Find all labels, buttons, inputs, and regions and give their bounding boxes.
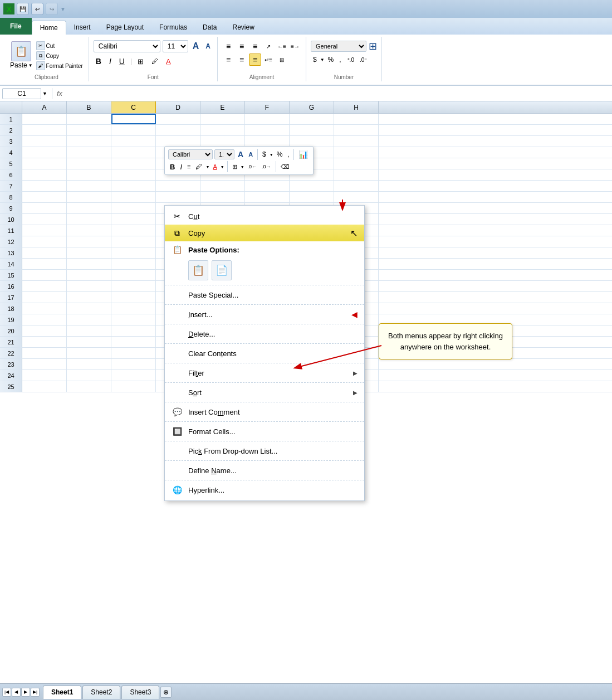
mini-italic-button[interactable]: I (178, 162, 184, 172)
row-header-1[interactable]: 1 (0, 114, 22, 124)
align-left-button[interactable]: ≡ (222, 54, 234, 66)
cell-f1[interactable] (245, 114, 290, 124)
number-format-select[interactable]: General (311, 41, 366, 52)
formula-input[interactable] (67, 88, 610, 99)
text-direction-button[interactable]: ↗ (262, 40, 275, 52)
mini-percent-button[interactable]: % (275, 150, 285, 159)
indent-decrease-button[interactable]: ←≡ (276, 40, 288, 52)
cell-b1[interactable] (67, 114, 111, 124)
sheet-tab-1[interactable]: Sheet1 (43, 686, 81, 699)
fill-color-button[interactable]: 🖊 (149, 56, 160, 66)
corner-cell[interactable] (0, 101, 22, 113)
ctx-copy-item[interactable]: ⧉ Copy ↖ (165, 225, 364, 241)
align-top-button[interactable]: ≡ (222, 40, 234, 52)
tab-insert[interactable]: Insert (66, 20, 99, 35)
bold-button[interactable]: B (94, 56, 104, 67)
merge-center-button[interactable]: ⊞ (276, 54, 288, 66)
save-button[interactable]: 💾 (17, 3, 29, 15)
underline-button[interactable]: U (117, 56, 127, 67)
col-header-g[interactable]: G (290, 101, 334, 113)
paste-dropdown-arrow[interactable]: ▼ (28, 63, 33, 68)
mini-comma-button[interactable]: , (286, 150, 291, 158)
mini-increase-decimal-button[interactable]: .0→ (260, 163, 273, 170)
mini-border-button[interactable]: ⊞ (231, 163, 239, 171)
font-color-button[interactable]: A (164, 56, 173, 67)
ctx-delete-item[interactable]: Delete... (165, 325, 364, 342)
paste-button[interactable]: 📋 Paste ▼ (10, 41, 33, 70)
mini-eraser-button[interactable]: ⌫ (279, 163, 291, 171)
ctx-filter-item[interactable]: Filter ▶ (165, 364, 364, 381)
name-box-arrow[interactable]: ▼ (42, 91, 47, 96)
redo-button[interactable]: ↪ (46, 3, 58, 15)
copy-button[interactable]: ⧉ Copy (36, 51, 83, 60)
undo-button[interactable]: ↩ (31, 3, 43, 15)
sheet-add-button[interactable]: ⊕ (160, 687, 172, 698)
ctx-insert-comment-item[interactable]: 💬 Insert Comment (165, 404, 364, 420)
number-format-expand[interactable]: ⊞ (369, 40, 377, 52)
ctx-format-cells-item[interactable]: 🔲 Format Cells... (165, 423, 364, 440)
tab-data[interactable]: Data (195, 20, 224, 35)
sheet-nav-next[interactable]: ▶ (21, 688, 30, 697)
ctx-paste-icon-1[interactable]: 📋 (188, 260, 208, 280)
mini-currency-button[interactable]: $ (261, 150, 268, 159)
cell-g1[interactable] (290, 114, 334, 124)
col-header-a[interactable]: A (22, 101, 67, 113)
ctx-paste-special-item[interactable]: Paste Special... (165, 286, 364, 303)
col-header-f[interactable]: F (245, 101, 290, 113)
decrease-decimal-button[interactable]: .0⁻ (358, 56, 369, 64)
wrap-text-button[interactable]: ↵≡ (262, 54, 275, 66)
shrink-font-button[interactable]: A (203, 41, 213, 51)
mini-color-button[interactable]: A (211, 163, 218, 171)
border-button[interactable]: ⊞ (135, 56, 146, 67)
align-right-button[interactable]: ≡ (249, 54, 261, 66)
cell-d1[interactable] (156, 114, 200, 124)
sheet-nav-last[interactable]: ▶| (31, 688, 40, 697)
ctx-insert-item[interactable]: Insert... ◀ (165, 306, 364, 323)
customize-button[interactable]: ▼ (60, 6, 66, 12)
indent-increase-button[interactable]: ≡→ (289, 40, 301, 52)
italic-button[interactable]: I (107, 56, 114, 67)
align-bottom-button[interactable]: ≡ (249, 40, 261, 52)
col-header-e[interactable]: E (200, 101, 245, 113)
cell-h1[interactable] (334, 114, 379, 124)
ctx-paste-icon-2[interactable]: 📄 (212, 260, 232, 280)
mini-decrease-decimal-button[interactable]: .0← (246, 163, 259, 170)
cell-a1[interactable] (22, 114, 67, 124)
cell-c1[interactable] (111, 114, 156, 124)
increase-decimal-button[interactable]: ⁺.0 (345, 56, 356, 64)
font-size-select[interactable]: 11 (163, 40, 188, 52)
name-box[interactable] (2, 88, 41, 99)
sheet-nav-prev[interactable]: ◀ (12, 688, 21, 697)
col-header-d[interactable]: D (156, 101, 200, 113)
align-middle-button[interactable]: ≡ (236, 40, 248, 52)
mini-currency-arrow[interactable]: ▼ (270, 153, 273, 157)
ctx-cut-item[interactable]: ✂ Cut (165, 208, 364, 225)
mini-color-arrow[interactable]: ▼ (221, 165, 224, 169)
cut-button[interactable]: ✂ Cut (36, 41, 83, 50)
ctx-hyperlink-item[interactable]: 🌐 Hyperlink... (165, 482, 364, 498)
font-name-select[interactable]: Calibri (94, 40, 160, 52)
cell-e1[interactable] (200, 114, 245, 124)
mini-align-button[interactable]: ≡ (185, 163, 192, 171)
mini-fill-arrow[interactable]: ▼ (205, 165, 209, 169)
mini-border-arrow[interactable]: ▼ (241, 165, 244, 169)
format-painter-button[interactable]: 🖌 Format Painter (36, 61, 83, 70)
col-header-b[interactable]: B (67, 101, 111, 113)
tab-file[interactable]: File (0, 18, 32, 35)
mini-grow-button[interactable]: A (236, 149, 245, 159)
tab-page-layout[interactable]: Page Layout (99, 20, 151, 35)
sheet-nav-first[interactable]: |◀ (2, 688, 11, 697)
tab-formulas[interactable]: Formulas (151, 20, 195, 35)
percent-button[interactable]: % (326, 55, 336, 65)
ctx-pick-list-item[interactable]: Pick From Drop-down List... (165, 443, 364, 459)
grow-font-button[interactable]: A (190, 40, 202, 52)
ctx-sort-item[interactable]: Sort ▶ (165, 384, 364, 401)
sheet-tab-3[interactable]: Sheet3 (121, 686, 159, 699)
currency-button[interactable]: $ (311, 55, 319, 65)
mini-font-select[interactable]: Calibri (168, 149, 213, 159)
mini-size-select[interactable]: 11 (214, 149, 234, 159)
align-center-button[interactable]: ≡ (236, 54, 248, 66)
ctx-define-name-item[interactable]: Define Name... (165, 462, 364, 479)
col-header-h[interactable]: H (334, 101, 379, 113)
mini-shrink-button[interactable]: A (247, 150, 254, 158)
